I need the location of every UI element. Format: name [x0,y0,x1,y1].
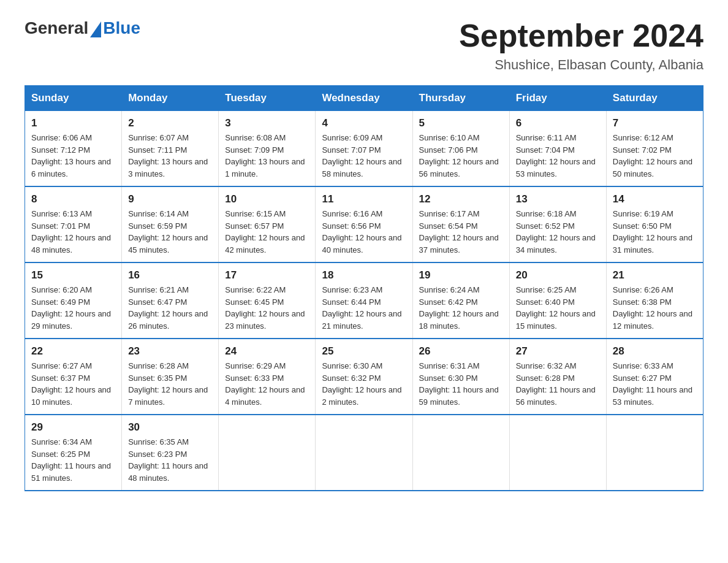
day-info: Sunrise: 6:18 AM Sunset: 6:52 PM Dayligh… [516,209,596,255]
calendar-cell: 14 Sunrise: 6:19 AM Sunset: 6:50 PM Dayl… [606,186,703,262]
day-number: 10 [225,193,309,205]
day-number: 22 [31,345,115,358]
calendar-cell: 1 Sunrise: 6:06 AM Sunset: 7:12 PM Dayli… [25,111,122,187]
calendar-cell: 12 Sunrise: 6:17 AM Sunset: 6:54 PM Dayl… [412,186,509,262]
day-number: 15 [31,269,115,282]
day-info: Sunrise: 6:19 AM Sunset: 6:50 PM Dayligh… [613,209,692,255]
day-info: Sunrise: 6:20 AM Sunset: 6:49 PM Dayligh… [31,285,111,331]
day-info: Sunrise: 6:16 AM Sunset: 6:56 PM Dayligh… [322,209,401,255]
calendar-cell [219,415,316,491]
calendar-cell: 13 Sunrise: 6:18 AM Sunset: 6:52 PM Dayl… [509,186,606,262]
calendar-cell: 18 Sunrise: 6:23 AM Sunset: 6:44 PM Dayl… [316,262,412,339]
calendar-table: SundayMondayTuesdayWednesdayThursdayFrid… [25,85,703,491]
day-number: 25 [322,345,406,358]
logo-general-text: General [25,18,88,38]
day-number: 4 [322,117,406,129]
day-info: Sunrise: 6:35 AM Sunset: 6:23 PM Dayligh… [128,437,208,483]
calendar-cell [412,415,509,491]
day-number: 27 [516,345,600,358]
calendar-cell: 4 Sunrise: 6:09 AM Sunset: 7:07 PM Dayli… [316,111,412,187]
day-info: Sunrise: 6:33 AM Sunset: 6:27 PM Dayligh… [613,361,692,407]
day-number: 18 [322,269,406,282]
calendar-cell: 2 Sunrise: 6:07 AM Sunset: 7:11 PM Dayli… [122,111,219,187]
calendar-cell: 23 Sunrise: 6:28 AM Sunset: 6:35 PM Dayl… [122,339,219,415]
day-info: Sunrise: 6:28 AM Sunset: 6:35 PM Dayligh… [128,361,208,407]
day-info: Sunrise: 6:07 AM Sunset: 7:11 PM Dayligh… [128,133,208,178]
calendar-cell: 15 Sunrise: 6:20 AM Sunset: 6:49 PM Dayl… [25,262,122,339]
calendar-cell: 27 Sunrise: 6:32 AM Sunset: 6:28 PM Dayl… [509,339,606,415]
weekday-header-saturday: Saturday [606,86,703,111]
weekday-header-thursday: Thursday [412,86,509,111]
weekday-header-wednesday: Wednesday [316,86,412,111]
logo-area: General Blue [25,18,140,38]
day-info: Sunrise: 6:25 AM Sunset: 6:40 PM Dayligh… [516,285,596,331]
weekday-header-friday: Friday [509,86,606,111]
day-info: Sunrise: 6:26 AM Sunset: 6:38 PM Dayligh… [613,285,692,331]
logo-triangle-icon [90,21,101,37]
day-number: 2 [128,117,212,129]
calendar-cell: 30 Sunrise: 6:35 AM Sunset: 6:23 PM Dayl… [122,415,219,491]
day-number: 17 [225,269,309,282]
calendar-cell: 9 Sunrise: 6:14 AM Sunset: 6:59 PM Dayli… [122,186,219,262]
day-number: 24 [225,345,309,358]
calendar-body: 1 Sunrise: 6:06 AM Sunset: 7:12 PM Dayli… [25,111,703,491]
calendar-title: September 2024 [459,18,703,53]
calendar-cell: 11 Sunrise: 6:16 AM Sunset: 6:56 PM Dayl… [316,186,412,262]
weekday-header-sunday: Sunday [25,86,122,111]
day-info: Sunrise: 6:31 AM Sunset: 6:30 PM Dayligh… [419,361,499,407]
day-number: 1 [31,117,115,129]
calendar-cell: 24 Sunrise: 6:29 AM Sunset: 6:33 PM Dayl… [219,339,316,415]
calendar-cell: 16 Sunrise: 6:21 AM Sunset: 6:47 PM Dayl… [122,262,219,339]
calendar-subtitle: Shushice, Elbasan County, Albania [459,57,703,73]
day-number: 13 [516,193,600,205]
calendar-cell: 7 Sunrise: 6:12 AM Sunset: 7:02 PM Dayli… [606,111,703,187]
day-info: Sunrise: 6:13 AM Sunset: 7:01 PM Dayligh… [31,209,111,255]
day-info: Sunrise: 6:12 AM Sunset: 7:02 PM Dayligh… [613,133,692,178]
calendar-cell: 29 Sunrise: 6:34 AM Sunset: 6:25 PM Dayl… [25,415,122,491]
day-number: 21 [613,269,697,282]
week-row-4: 22 Sunrise: 6:27 AM Sunset: 6:37 PM Dayl… [25,339,703,415]
day-number: 28 [613,345,697,358]
day-number: 29 [31,421,115,434]
day-number: 5 [419,117,503,129]
day-info: Sunrise: 6:10 AM Sunset: 7:06 PM Dayligh… [419,133,499,178]
title-area: September 2024 Shushice, Elbasan County,… [459,18,703,73]
day-number: 3 [225,117,309,129]
day-info: Sunrise: 6:06 AM Sunset: 7:12 PM Dayligh… [31,133,111,178]
day-number: 14 [613,193,697,205]
calendar-cell: 25 Sunrise: 6:30 AM Sunset: 6:32 PM Dayl… [316,339,412,415]
day-info: Sunrise: 6:09 AM Sunset: 7:07 PM Dayligh… [322,133,401,178]
day-number: 7 [613,117,697,129]
logo-blue-text: Blue [103,18,140,38]
calendar-cell [316,415,412,491]
day-info: Sunrise: 6:11 AM Sunset: 7:04 PM Dayligh… [516,133,596,178]
day-info: Sunrise: 6:32 AM Sunset: 6:28 PM Dayligh… [516,361,596,407]
day-info: Sunrise: 6:34 AM Sunset: 6:25 PM Dayligh… [31,437,111,483]
calendar-cell: 8 Sunrise: 6:13 AM Sunset: 7:01 PM Dayli… [25,186,122,262]
day-number: 8 [31,193,115,205]
calendar-cell: 20 Sunrise: 6:25 AM Sunset: 6:40 PM Dayl… [509,262,606,339]
day-info: Sunrise: 6:30 AM Sunset: 6:32 PM Dayligh… [322,361,401,407]
calendar-cell: 26 Sunrise: 6:31 AM Sunset: 6:30 PM Dayl… [412,339,509,415]
day-number: 12 [419,193,503,205]
day-info: Sunrise: 6:14 AM Sunset: 6:59 PM Dayligh… [128,209,208,255]
day-info: Sunrise: 6:22 AM Sunset: 6:45 PM Dayligh… [225,285,305,331]
week-row-5: 29 Sunrise: 6:34 AM Sunset: 6:25 PM Dayl… [25,415,703,491]
day-number: 6 [516,117,600,129]
day-info: Sunrise: 6:15 AM Sunset: 6:57 PM Dayligh… [225,209,305,255]
day-number: 9 [128,193,212,205]
day-number: 20 [516,269,600,282]
day-number: 30 [128,421,212,434]
calendar-cell: 17 Sunrise: 6:22 AM Sunset: 6:45 PM Dayl… [219,262,316,339]
calendar-cell: 6 Sunrise: 6:11 AM Sunset: 7:04 PM Dayli… [509,111,606,187]
day-info: Sunrise: 6:08 AM Sunset: 7:09 PM Dayligh… [225,133,305,178]
calendar-cell: 5 Sunrise: 6:10 AM Sunset: 7:06 PM Dayli… [412,111,509,187]
day-info: Sunrise: 6:29 AM Sunset: 6:33 PM Dayligh… [225,361,305,407]
week-row-2: 8 Sunrise: 6:13 AM Sunset: 7:01 PM Dayli… [25,186,703,262]
day-info: Sunrise: 6:21 AM Sunset: 6:47 PM Dayligh… [128,285,208,331]
calendar-cell: 21 Sunrise: 6:26 AM Sunset: 6:38 PM Dayl… [606,262,703,339]
day-number: 26 [419,345,503,358]
day-info: Sunrise: 6:27 AM Sunset: 6:37 PM Dayligh… [31,361,111,407]
day-number: 23 [128,345,212,358]
calendar-cell [509,415,606,491]
